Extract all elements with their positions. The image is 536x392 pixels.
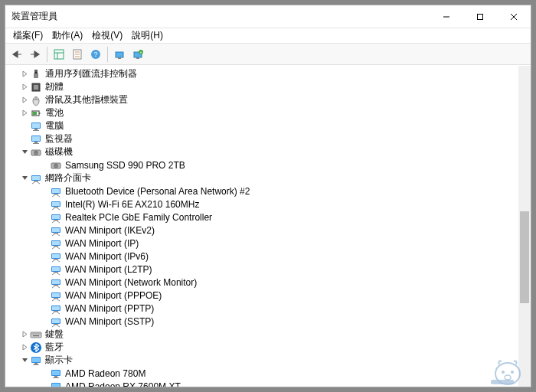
tree-item[interactable]: 通用序列匯流排控制器 bbox=[8, 67, 531, 80]
tree-item-label: 顯示卡 bbox=[45, 354, 73, 367]
svg-rect-82 bbox=[32, 333, 33, 334]
tree-item-label: WAN Miniport (L2TP) bbox=[65, 264, 152, 275]
svg-rect-84 bbox=[35, 333, 36, 334]
chevron-down-icon[interactable] bbox=[19, 357, 30, 364]
tree-item-label: Intel(R) Wi-Fi 6E AX210 160MHz bbox=[65, 199, 199, 210]
tree-item[interactable]: 滑鼠及其他指標裝置 bbox=[8, 93, 531, 106]
tree-item[interactable]: WAN Miniport (IPv6) bbox=[8, 250, 531, 263]
svg-rect-53 bbox=[54, 207, 58, 208]
chevron-right-icon[interactable] bbox=[19, 96, 30, 103]
svg-rect-80 bbox=[54, 324, 58, 325]
maximize-button[interactable] bbox=[463, 5, 497, 28]
menu-view[interactable]: 檢視(V) bbox=[89, 29, 126, 42]
svg-rect-91 bbox=[32, 358, 40, 362]
tree-item[interactable]: 顯示卡 bbox=[8, 354, 531, 367]
svg-rect-76 bbox=[52, 306, 60, 310]
chevron-right-icon[interactable] bbox=[19, 83, 30, 90]
tree-item[interactable]: AMD Radeon RX 7600M XT bbox=[8, 380, 531, 387]
tree-item[interactable]: WAN Miniport (SSTP) bbox=[8, 315, 531, 328]
show-hide-tree-button[interactable] bbox=[51, 46, 67, 63]
tree-item[interactable]: WAN Miniport (PPTP) bbox=[8, 302, 531, 315]
properties-button[interactable] bbox=[69, 46, 86, 63]
tree-item-label: WAN Miniport (IPv6) bbox=[65, 251, 149, 262]
tree-item[interactable]: WAN Miniport (IP) bbox=[8, 237, 531, 250]
svg-rect-20 bbox=[34, 74, 38, 78]
chevron-right-icon[interactable] bbox=[19, 109, 30, 116]
toolbar-separator bbox=[47, 47, 47, 62]
tree-item[interactable]: Samsung SSD 990 PRO 2TB bbox=[8, 158, 531, 172]
tree-item[interactable]: 磁碟機 bbox=[8, 145, 531, 158]
back-button[interactable] bbox=[8, 46, 25, 63]
tree-item-label: WAN Miniport (IP) bbox=[65, 238, 139, 249]
svg-rect-77 bbox=[54, 311, 58, 312]
svg-rect-22 bbox=[37, 70, 38, 72]
scrollbar-thumb[interactable] bbox=[520, 211, 529, 303]
tree-item-label: 滑鼠及其他指標裝置 bbox=[45, 93, 128, 106]
tree-item-label: 磁碟機 bbox=[45, 145, 73, 158]
forward-button[interactable] bbox=[27, 46, 44, 63]
tree-item[interactable]: WAN Miniport (Network Monitor) bbox=[8, 276, 531, 289]
chevron-right-icon[interactable] bbox=[19, 331, 30, 338]
svg-rect-88 bbox=[33, 335, 39, 336]
svg-point-105 bbox=[505, 375, 511, 380]
svg-rect-67 bbox=[52, 267, 60, 271]
svg-rect-74 bbox=[54, 298, 58, 299]
close-button[interactable] bbox=[497, 5, 531, 28]
tree-item-label: 韌體 bbox=[45, 80, 64, 93]
tree-item-label: 藍牙 bbox=[45, 341, 64, 354]
tree-item[interactable]: WAN Miniport (IKEv2) bbox=[8, 224, 531, 237]
tree-item[interactable]: 網路介面卡 bbox=[8, 172, 531, 185]
svg-rect-36 bbox=[32, 136, 40, 141]
toolbar: ? + bbox=[5, 44, 531, 65]
network-icon bbox=[50, 263, 62, 276]
tree-item[interactable]: WAN Miniport (PPPOE) bbox=[8, 289, 531, 302]
tree-item-label: 電腦 bbox=[45, 119, 64, 132]
tree-item[interactable]: 鍵盤 bbox=[8, 328, 531, 341]
tree-item-label: 電池 bbox=[45, 106, 64, 119]
computer-icon bbox=[30, 120, 42, 132]
svg-rect-96 bbox=[54, 376, 57, 377]
scan-hardware-button[interactable] bbox=[111, 46, 128, 63]
tree-item[interactable]: Intel(R) Wi-Fi 6E AX210 160MHz bbox=[8, 198, 531, 211]
svg-rect-71 bbox=[54, 285, 58, 286]
tree-item-label: 鍵盤 bbox=[45, 328, 64, 341]
device-tree[interactable]: 通用序列匯流排控制器韌體滑鼠及其他指標裝置電池電腦監視器磁碟機Samsung S… bbox=[5, 66, 531, 387]
tree-item[interactable]: AMD Radeon 780M bbox=[8, 367, 531, 380]
tree-item[interactable]: Bluetooth Device (Personal Area Network)… bbox=[8, 185, 531, 198]
scrollbar-track[interactable] bbox=[518, 66, 531, 387]
tree-item[interactable]: 電池 bbox=[8, 106, 531, 119]
minimize-button[interactable] bbox=[430, 5, 463, 28]
chevron-down-icon[interactable] bbox=[19, 149, 30, 155]
tree-item[interactable]: 電腦 bbox=[8, 119, 531, 132]
disk-icon bbox=[50, 159, 62, 172]
svg-rect-30 bbox=[33, 112, 37, 115]
menu-action[interactable]: 動作(A) bbox=[49, 29, 86, 42]
tree-item[interactable]: 監視器 bbox=[8, 132, 531, 145]
network-icon bbox=[30, 172, 42, 185]
network-icon bbox=[50, 211, 62, 224]
svg-rect-14 bbox=[118, 57, 121, 59]
svg-rect-4 bbox=[54, 50, 64, 59]
network-icon bbox=[50, 224, 62, 237]
tree-item[interactable]: Realtek PCIe GbE Family Controller bbox=[8, 211, 531, 224]
window-controls bbox=[430, 5, 531, 28]
svg-rect-93 bbox=[33, 364, 39, 365]
tree-item-label: Realtek PCIe GbE Family Controller bbox=[65, 212, 212, 223]
svg-rect-34 bbox=[33, 130, 39, 131]
svg-rect-62 bbox=[54, 246, 58, 247]
chevron-down-icon[interactable] bbox=[19, 175, 30, 181]
tree-item[interactable]: 藍牙 bbox=[8, 341, 531, 354]
chevron-right-icon[interactable] bbox=[19, 344, 30, 351]
svg-rect-85 bbox=[37, 333, 38, 334]
menu-help[interactable]: 說明(H) bbox=[129, 29, 166, 42]
tree-item[interactable]: WAN Miniport (L2TP) bbox=[8, 263, 531, 276]
chevron-right-icon[interactable] bbox=[19, 70, 30, 77]
svg-rect-33 bbox=[34, 129, 38, 130]
device-manager-window: 裝置管理員 檔案(F) 動作(A) 檢視(V) 說明(H) ? + 通用序列匯流… bbox=[5, 5, 531, 387]
tree-item[interactable]: 韌體 bbox=[8, 80, 531, 93]
menu-file[interactable]: 檔案(F) bbox=[10, 29, 46, 42]
svg-rect-46 bbox=[32, 176, 40, 180]
help-button[interactable]: ? bbox=[87, 46, 104, 63]
add-hardware-button[interactable]: + bbox=[129, 46, 146, 63]
svg-rect-79 bbox=[52, 319, 60, 323]
